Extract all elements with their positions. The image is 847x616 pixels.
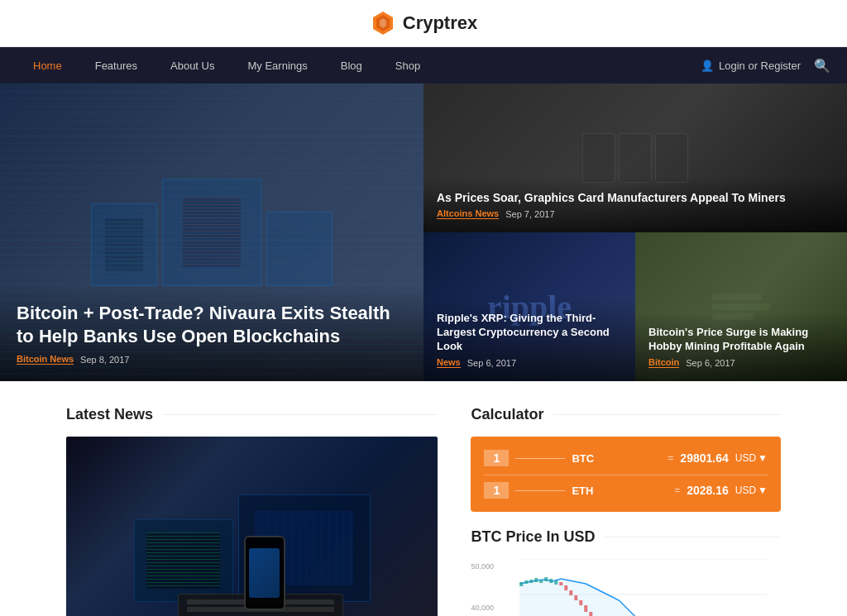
- nav-earnings[interactable]: My Earnings: [231, 47, 323, 84]
- hero-main-date: Sep 8, 2017: [80, 355, 129, 365]
- calculator-widget: 1 BTC = 29801.64 USD ▼ 1 ETH = 2028.16 U…: [471, 437, 781, 512]
- user-icon: 👤: [701, 60, 714, 72]
- hero-bottom-left-meta: News Sep 6, 2017: [437, 357, 622, 368]
- y-label-1: 50,000: [471, 562, 504, 571]
- main-content: Latest News: [0, 381, 847, 616]
- chart-svg: [507, 559, 781, 616]
- news-featured-image[interactable]: [66, 437, 438, 616]
- hero-bottom-left-category: News: [437, 357, 461, 368]
- hero-bottom-right-title: Bitcoin's Price Surge is Making Hobby Mi…: [648, 326, 834, 354]
- calc-eth-value: 2028.16: [687, 484, 729, 497]
- latest-news-divider: [163, 414, 438, 415]
- calc-btc-currency-arrow: ▼: [758, 452, 768, 464]
- latest-news-header: Latest News: [66, 406, 438, 423]
- hero-bottom-right-card-overlay: Bitcoin's Price Surge is Making Hobby Mi…: [635, 313, 847, 381]
- hero-top-right-overlay: As Prices Soar, Graphics Card Manufactur…: [424, 177, 847, 232]
- hero-bottom-right-card[interactable]: Bitcoin's Price Surge is Making Hobby Mi…: [635, 232, 847, 381]
- calc-eth-amount[interactable]: 1: [484, 482, 509, 499]
- hero-top-right-date: Sep 7, 2017: [505, 209, 554, 219]
- main-nav: Home Features About Us My Earnings Blog …: [0, 47, 847, 84]
- calculator-section: Calculator 1 BTC = 29801.64 USD ▼ 1 E: [471, 406, 781, 616]
- logo[interactable]: Cryptrex: [370, 10, 477, 36]
- calc-btc-value: 29801.64: [680, 451, 728, 465]
- calc-eth-label: ETH: [572, 485, 668, 497]
- chart-section: BTC Price In USD 50,000 40,000 30,000 20…: [471, 528, 781, 616]
- hero-bottom-right: ripple Ripple's XRP: Giving the Third-La…: [424, 232, 847, 381]
- nav-items: Home Features About Us My Earnings Blog …: [17, 47, 701, 84]
- hero-top-right-title: As Prices Soar, Graphics Card Manufactur…: [437, 190, 834, 205]
- nav-blog[interactable]: Blog: [324, 47, 379, 84]
- site-name: Cryptrex: [403, 12, 477, 34]
- latest-news-section: Latest News: [66, 406, 438, 616]
- calc-eth-currency-arrow: ▼: [758, 485, 768, 496]
- price-area: [520, 579, 768, 616]
- hero-top-right[interactable]: As Prices Soar, Graphics Card Manufactur…: [424, 84, 847, 232]
- news-img-bg: [66, 437, 438, 616]
- hero-main-overlay: Bitcoin + Post-Trade? Nivaura Exits Stea…: [0, 285, 424, 381]
- calc-equals-btc: =: [668, 452, 673, 464]
- calc-divider: [484, 475, 768, 475]
- login-button[interactable]: 👤 Login or Register: [701, 60, 801, 72]
- hero-bottom-left-overlay: Ripple's XRP: Giving the Third-Largest C…: [424, 298, 635, 381]
- nav-right: 👤 Login or Register 🔍: [701, 58, 830, 74]
- hero-bottom-left-date: Sep 6, 2017: [467, 358, 516, 368]
- chart-container: 50,000 40,000 30,000 20,000: [471, 559, 781, 616]
- hero-bottom-right-date: Sep 6, 2017: [686, 358, 735, 368]
- search-button[interactable]: 🔍: [814, 58, 830, 74]
- calc-btc-separator: [515, 458, 565, 459]
- calculator-header: Calculator: [471, 406, 781, 423]
- calc-eth-row: 1 ETH = 2028.16 USD ▼: [484, 482, 768, 499]
- latest-news-title: Latest News: [66, 406, 153, 423]
- nav-features[interactable]: Features: [79, 47, 154, 84]
- hero-top-right-category: Altcoins News: [437, 208, 499, 219]
- chart-title: BTC Price In USD: [471, 528, 595, 546]
- hero-main-category: Bitcoin News: [17, 354, 74, 365]
- calc-eth-currency[interactable]: USD ▼: [735, 485, 768, 496]
- hero-bottom-right-meta: Bitcoin Sep 6, 2017: [648, 357, 834, 368]
- calc-btc-row: 1 BTC = 29801.64 USD ▼: [484, 450, 768, 466]
- y-label-2: 40,000: [471, 604, 504, 612]
- hero-bottom-right-category: Bitcoin: [648, 357, 679, 368]
- nav-home[interactable]: Home: [17, 47, 79, 84]
- chart-y-axis: 50,000 40,000 30,000 20,000: [471, 559, 504, 616]
- hero-grid: Bitcoin + Post-Trade? Nivaura Exits Stea…: [0, 84, 847, 381]
- chart-plot: 10.04.2022 08.05.2022 06.06.2022 04.07.2…: [507, 559, 781, 616]
- hero-top-right-meta: Altcoins News Sep 7, 2017: [437, 208, 834, 219]
- calc-equals-eth: =: [674, 485, 680, 496]
- calc-btc-currency[interactable]: USD ▼: [735, 452, 768, 464]
- site-header: Cryptrex: [0, 0, 847, 47]
- nav-shop[interactable]: Shop: [379, 47, 437, 84]
- hero-main[interactable]: Bitcoin + Post-Trade? Nivaura Exits Stea…: [0, 84, 424, 381]
- calc-btc-label: BTC: [572, 452, 661, 465]
- hero-main-title: Bitcoin + Post-Trade? Nivaura Exits Stea…: [17, 302, 407, 349]
- calc-btc-amount[interactable]: 1: [484, 450, 509, 466]
- hero-bottom-left[interactable]: ripple Ripple's XRP: Giving the Third-La…: [424, 232, 635, 381]
- chart-header: BTC Price In USD: [471, 528, 781, 546]
- calc-eth-separator: [515, 490, 565, 491]
- hero-main-meta: Bitcoin News Sep 8, 2017: [17, 354, 407, 365]
- hero-bottom-left-title: Ripple's XRP: Giving the Third-Largest C…: [437, 312, 622, 354]
- logo-icon: [370, 10, 396, 36]
- calculator-title: Calculator: [471, 406, 543, 423]
- nav-about[interactable]: About Us: [154, 47, 231, 84]
- chart-divider: [605, 537, 781, 537]
- calculator-divider: [553, 414, 781, 415]
